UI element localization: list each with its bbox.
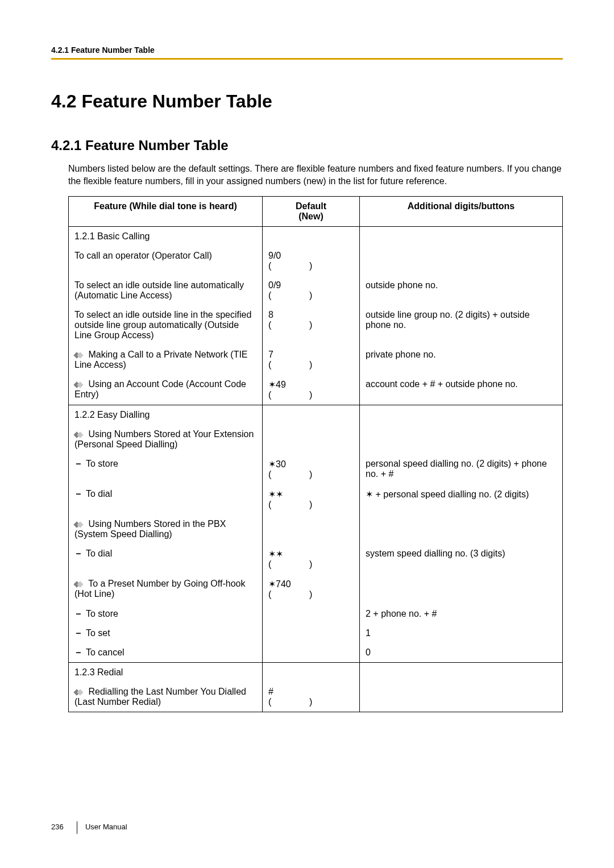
cell-feature: 1.2.1 Basic Calling — [69, 227, 263, 247]
cell-default — [263, 604, 360, 624]
footer-label: User Manual — [85, 823, 127, 831]
cell-default: ✶30 ( ) — [263, 454, 360, 484]
cell-default — [263, 227, 360, 247]
dash-icon: – — [74, 628, 82, 638]
cell-text: To store — [86, 459, 118, 468]
cell-feature: Using Numbers Stored at Your Extension (… — [69, 425, 263, 454]
diamond-icon — [74, 522, 84, 528]
diamond-icon — [74, 352, 84, 358]
cell-default: 8 ( ) — [263, 305, 360, 345]
section-title: 4.2 Feature Number Table — [51, 91, 563, 112]
cell-additional — [360, 227, 563, 247]
cell-text: To a Preset Number by Going Off-hook (Ho… — [74, 579, 245, 599]
dash-icon: – — [74, 459, 82, 469]
page-number: 236 — [51, 823, 64, 831]
cell-default: 7 ( ) — [263, 345, 360, 375]
cell-additional — [360, 425, 563, 454]
cell-default — [263, 425, 360, 454]
th-default: Default (New) — [263, 197, 360, 227]
cell-default: ✶✶ ( ) — [263, 484, 360, 514]
cell-text: Redialling the Last Number You Dialled (… — [74, 687, 246, 707]
dash-icon: – — [74, 647, 82, 658]
cell-default — [263, 643, 360, 663]
cell-feature: –To dial — [69, 544, 263, 574]
cell-default — [263, 405, 360, 425]
cell-text: To cancel — [86, 647, 125, 657]
page-footer: 236 User Manual — [51, 821, 127, 834]
dash-icon: – — [74, 489, 82, 499]
cell-feature: To select an idle outside line automatic… — [69, 276, 263, 305]
cell-default: ✶49 ( ) — [263, 375, 360, 405]
cell-default — [263, 514, 360, 544]
subsection-title: 4.2.1 Feature Number Table — [51, 138, 563, 153]
diamond-icon — [74, 432, 84, 438]
cell-feature: –To store — [69, 604, 263, 624]
th-default-l1: Default — [296, 201, 326, 211]
cell-text: Using Numbers Stored in the PBX (System … — [74, 519, 226, 539]
cell-feature: To a Preset Number by Going Off-hook (Ho… — [69, 574, 263, 604]
dash-icon: – — [74, 549, 82, 559]
cell-text: Making a Call to a Private Network (TIE … — [74, 350, 248, 369]
cell-text: To set — [86, 628, 110, 638]
cell-additional: account code + # + outside phone no. — [360, 375, 563, 405]
intro-paragraph: Numbers listed below are the default set… — [68, 163, 563, 187]
cell-feature: 1.2.3 Redial — [69, 663, 263, 683]
cell-default: ✶✶ ( ) — [263, 544, 360, 574]
cell-feature: Redialling the Last Number You Dialled (… — [69, 682, 263, 712]
cell-additional — [360, 574, 563, 604]
cell-feature: Using an Account Code (Account Code Entr… — [69, 375, 263, 405]
cell-text: Using Numbers Stored at Your Extension (… — [74, 429, 254, 449]
cell-additional: outside line group no. (2 digits) + outs… — [360, 305, 563, 345]
diamond-icon — [74, 690, 84, 695]
cell-text: To dial — [86, 489, 112, 499]
diamond-icon — [74, 382, 84, 388]
diamond-icon — [74, 582, 84, 587]
cell-feature: –To set — [69, 624, 263, 643]
th-additional: Additional digits/buttons — [360, 197, 563, 227]
cell-text: To dial — [86, 549, 112, 558]
dash-icon: – — [74, 609, 82, 619]
cell-default: 9/0 ( ) — [263, 246, 360, 276]
cell-feature: Making a Call to a Private Network (TIE … — [69, 345, 263, 375]
cell-additional: personal speed dialling no. (2 digits) +… — [360, 454, 563, 484]
cell-additional: 2 + phone no. + # — [360, 604, 563, 624]
cell-additional — [360, 405, 563, 425]
th-feature: Feature (While dial tone is heard) — [69, 197, 263, 227]
cell-additional — [360, 246, 563, 276]
cell-default — [263, 624, 360, 643]
cell-additional: outside phone no. — [360, 276, 563, 305]
document-page: 4.2.1 Feature Number Table 4.2 Feature N… — [0, 0, 614, 868]
cell-default: ✶740 ( ) — [263, 574, 360, 604]
cell-feature: 1.2.2 Easy Dialling — [69, 405, 263, 425]
feature-number-table: Feature (While dial tone is heard) Defau… — [68, 196, 563, 712]
th-default-l2: (New) — [298, 211, 323, 221]
cell-feature: Using Numbers Stored in the PBX (System … — [69, 514, 263, 544]
cell-feature: –To store — [69, 454, 263, 484]
footer-separator — [77, 821, 77, 834]
cell-additional — [360, 514, 563, 544]
cell-default: 0/9 ( ) — [263, 276, 360, 305]
cell-feature: To call an operator (Operator Call) — [69, 246, 263, 276]
cell-additional — [360, 682, 563, 712]
cell-additional — [360, 663, 563, 683]
cell-additional: private phone no. — [360, 345, 563, 375]
cell-additional: 0 — [360, 643, 563, 663]
cell-additional: system speed dialling no. (3 digits) — [360, 544, 563, 574]
cell-default: # ( ) — [263, 682, 360, 712]
cell-text: Using an Account Code (Account Code Entr… — [74, 379, 246, 399]
cell-additional: 1 — [360, 624, 563, 643]
cell-additional: ✶ + personal speed dialling no. (2 digit… — [360, 484, 563, 514]
cell-feature: –To dial — [69, 484, 263, 514]
cell-default — [263, 663, 360, 683]
cell-feature: To select an idle outside line in the sp… — [69, 305, 263, 345]
cell-feature: –To cancel — [69, 643, 263, 663]
cell-text: To store — [86, 609, 118, 618]
running-header: 4.2.1 Feature Number Table — [51, 45, 563, 60]
